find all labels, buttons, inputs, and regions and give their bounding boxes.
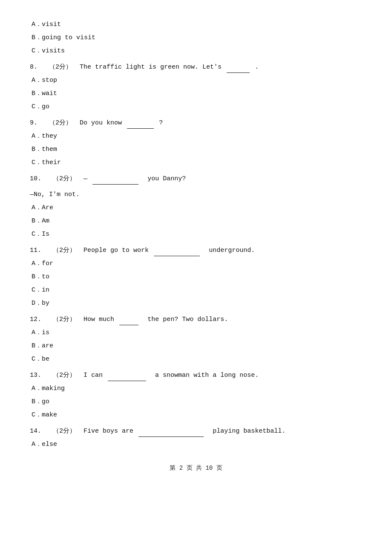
q9-after: ? [159,119,163,127]
q8-score: （2分） [49,64,76,71]
q10-score: （2分） [53,175,80,182]
q11-option-a: A．for [30,258,362,269]
question-10: 10. （2分） — you Danny? [30,173,362,185]
page-footer-text: 第 2 页 共 10 页 [170,465,222,471]
option-b-going-to-visit-text: B．going to visit [32,34,95,41]
option-a-visit-text: A．visit [32,21,61,28]
option-b-going-to-visit: B．going to visit [30,32,362,43]
q13-content: I can [84,372,103,379]
q10-blank [92,173,138,185]
option-c-visits-text: C．visits [32,47,65,55]
q11-content: People go to work [84,247,149,254]
q9-content: Do you know [80,119,122,127]
q9-option-b: B．them [30,144,362,155]
q11-after: underground. [205,247,255,254]
q14-content: Five boys are [84,428,133,435]
q10-option-a: A．Are [30,202,362,214]
q10-content: you Danny? [144,175,186,182]
q12-option-b: B．are [30,340,362,352]
question-9: 9. （2分） Do you know ? [30,117,362,129]
q13-option-c: C．make [30,409,362,421]
question-14: 14. （2分） Five boys are playing basketbal… [30,425,362,437]
q9-score: （2分） [49,119,76,127]
q9-option-c: C．their [30,157,362,168]
q10-option-c: C．Is [30,228,362,240]
q9-number: 9. [30,119,45,127]
q11-option-b: B．to [30,271,362,283]
question-11: 11. （2分） People go to work underground. [30,244,362,256]
q14-blank [138,425,204,437]
question-13: 13. （2分） I can a snowman with a long nos… [30,369,362,381]
q8-number: 8. [30,64,45,71]
q13-option-a: A．making [30,383,362,394]
q10-option-b: B．Am [30,215,362,227]
q13-option-b: B．go [30,396,362,408]
q9-option-a: A．they [30,130,362,142]
q11-option-d: D．by [30,298,362,309]
q12-option-c: C．be [30,353,362,365]
q10-dash: — [84,175,87,182]
q13-after: a snowman with a long nose. [151,372,259,379]
q8-option-a: A．stop [30,75,362,86]
q12-after: the pen? Two dollars. [144,316,228,323]
q14-after: playing basketball. [209,428,285,435]
q12-option-a: A．is [30,327,362,338]
q14-score: （2分） [53,428,80,435]
q12-number: 12. [30,316,49,323]
q8-after: . [255,64,259,71]
q12-content: How much [84,316,114,323]
q11-score: （2分） [53,247,80,254]
q10-number: 10. [30,175,49,182]
q10-reply-line: —No, I'm not. [30,189,362,200]
q12-blank [119,313,138,325]
option-a-visit: A．visit [30,19,362,30]
question-12: 12. （2分） How much the pen? Two dollars. [30,313,362,325]
q8-option-c: C．go [30,101,362,113]
content-area: A．visit B．going to visit C．visits 8. （2分… [30,19,362,450]
page-footer: 第 2 页 共 10 页 [30,463,362,474]
q13-number: 13. [30,372,49,379]
q8-content: The traffic light is green now. Let's [80,64,222,71]
q11-blank [154,244,200,256]
q10-reply: —No, I'm not. [30,191,80,198]
question-8: 8. （2分） The traffic light is green now. … [30,61,362,73]
q13-score: （2分） [53,372,80,379]
q11-number: 11. [30,247,49,254]
q14-number: 14. [30,428,49,435]
q12-score: （2分） [53,316,80,323]
q11-option-c: C．in [30,284,362,296]
q9-blank [127,117,154,129]
option-c-visits: C．visits [30,45,362,57]
q13-blank [108,369,146,381]
q8-blank [227,61,250,73]
q8-option-b: B．wait [30,88,362,99]
q14-option-a: A．else [30,439,362,450]
